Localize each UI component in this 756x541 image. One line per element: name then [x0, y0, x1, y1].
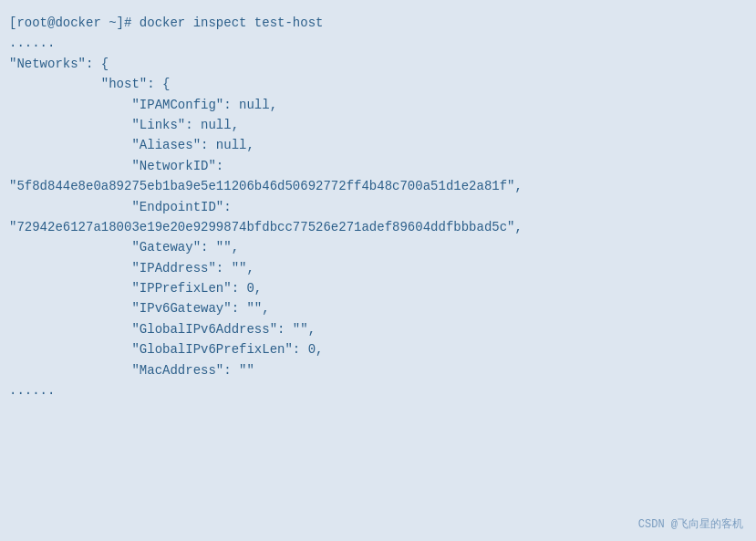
- globalipv6-line: "GlobalIPv6Address": "",: [9, 319, 747, 339]
- aliases-line: "Aliases": null,: [9, 135, 747, 155]
- code-block: [root@docker ~]# docker inspect test-hos…: [0, 7, 756, 406]
- ellipsis-line-2: ......: [9, 380, 747, 401]
- ipamconfig-line: "IPAMConfig": null,: [9, 95, 747, 115]
- ellipsis-line-1: ......: [9, 33, 747, 53]
- endpointid-key-line: "EndpointID":: [9, 197, 747, 217]
- endpointid-value-line: "72942e6127a18003e19e20e9299874bfdbcc775…: [9, 217, 747, 237]
- globalipv6prefix-line: "GlobalIPv6PrefixLen": 0,: [9, 339, 747, 359]
- macaddress-line: "MacAddress": "": [9, 360, 747, 380]
- host-open-line: "host": {: [9, 74, 747, 94]
- command-line: [root@docker ~]# docker inspect test-hos…: [9, 13, 747, 33]
- networkid-key-line: "NetworkID":: [9, 156, 747, 176]
- watermark: CSDN @飞向星的客机: [638, 516, 743, 532]
- networkid-value-line: "5f8d844e8e0a89275eb1ba9e5e11206b46d5069…: [9, 176, 747, 196]
- terminal-window: [root@docker ~]# docker inspect test-hos…: [0, 0, 756, 541]
- links-line: "Links": null,: [9, 115, 747, 135]
- ipaddress-line: "IPAddress": "",: [9, 258, 747, 278]
- networks-open-line: "Networks": {: [9, 54, 747, 74]
- ipprefixlen-line: "IPPrefixLen": 0,: [9, 278, 747, 298]
- ipv6gateway-line: "IPv6Gateway": "",: [9, 298, 747, 318]
- gateway-line: "Gateway": "",: [9, 237, 747, 257]
